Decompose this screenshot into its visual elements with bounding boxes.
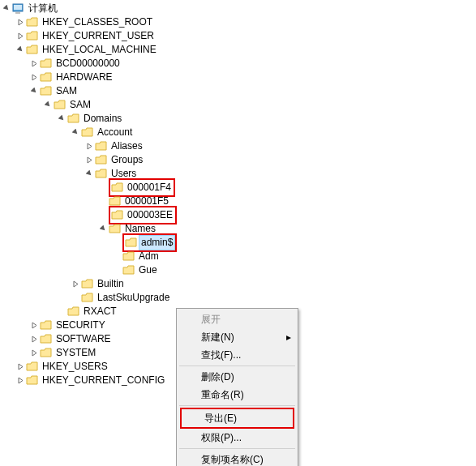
tree-label: SECURITY [54,319,107,332]
tree-item-hardware[interactable]: HARDWARE [2,71,476,84]
tree-label: Account [96,126,134,139]
tree-label: HARDWARE [54,71,114,84]
tree-label: SOFTWARE [54,332,113,346]
folder-icon [26,29,41,43]
expand-icon[interactable] [15,29,26,43]
collapse-icon[interactable] [29,84,40,98]
collapse-icon[interactable] [71,126,81,139]
tree-label: SAM [54,84,79,98]
collapse-icon[interactable] [84,167,95,181]
folder-icon [26,360,41,374]
tree-item-lastsku[interactable]: LastSkuUpgrade [2,291,476,305]
expand-icon[interactable] [15,15,26,29]
tree-label: LastSkuUpgrade [96,291,171,305]
menu-separator [179,366,295,366]
tree-label: Adm [137,250,161,263]
tree-item-hklm[interactable]: HKEY_LOCAL_MACHINE [2,43,476,57]
expand-icon[interactable] [71,277,81,291]
folder-icon [122,263,137,277]
folder-icon [40,319,54,332]
folder-icon [26,43,41,57]
menu-label: 新建(N) [201,331,234,344]
tree-label: 000001F4 [126,181,173,195]
expand-icon[interactable] [29,332,40,346]
folder-icon [111,181,126,195]
menu-rename[interactable]: 重命名(R) [178,386,296,387]
expand-icon[interactable] [84,153,95,167]
folder-icon [95,139,109,153]
tree-item-u1[interactable]: 000001F4 [2,181,476,195]
tree-item-hkcr[interactable]: HKEY_CLASSES_ROOT [2,15,476,29]
folder-icon [26,374,41,387]
tree-label: Aliases [109,139,144,153]
submenu-arrow-icon: ▸ [286,331,291,343]
expand-icon[interactable] [29,71,40,84]
tree-label: Builtin [96,277,126,291]
collapse-icon[interactable] [43,98,54,112]
folder-icon [54,98,68,112]
menu-label: 查找(F)... [201,348,241,362]
tree-item-gue[interactable]: Gue [2,263,476,277]
folder-icon [40,71,54,84]
folder-icon [125,236,139,250]
tree-label: Gue [137,263,159,277]
tree-label-selected: admin$ [139,236,174,250]
collapse-icon[interactable] [57,112,67,126]
tree-label: 计算机 [27,2,59,15]
folder-icon [40,84,54,98]
folder-icon [40,332,54,346]
svg-rect-2 [15,12,20,14]
tree-item-hkcu[interactable]: HKEY_CURRENT_USER [2,29,476,43]
tree-item-sam[interactable]: SAM [2,84,476,98]
tree-item-u2[interactable]: 000001F5 [2,195,476,208]
menu-delete[interactable]: 删除(D) [178,368,296,386]
folder-icon [95,167,109,181]
menu-expand[interactable]: 展开 [178,310,296,328]
tree-item-names[interactable]: Names [2,222,476,236]
tree-label: HKEY_CURRENT_USER [41,29,156,43]
expand-icon[interactable] [15,374,26,387]
folder-icon [81,291,96,305]
folder-icon [111,208,126,222]
tree-item-adm[interactable]: Adm [2,250,476,263]
expand-icon[interactable] [29,57,40,71]
collapse-icon[interactable] [98,222,109,236]
tree-item-admins[interactable]: admin$ [2,236,476,250]
expand-icon[interactable] [29,319,40,332]
tree-item-sam2[interactable]: SAM [2,98,476,112]
tree-label: Groups [109,153,144,167]
tree-item-u3[interactable]: 000003EE [2,208,476,222]
menu-label: 展开 [201,313,221,327]
tree-item-account[interactable]: Account [2,126,476,139]
expand-icon[interactable] [84,139,95,153]
menu-find[interactable]: 查找(F)... [178,346,296,364]
tree-item-groups[interactable]: Groups [2,153,476,167]
folder-icon [81,126,96,139]
computer-icon [12,2,27,15]
expand-icon[interactable] [29,346,40,360]
tree-item-users[interactable]: Users [2,167,476,181]
folder-icon [67,112,82,126]
folder-icon [40,57,54,71]
folder-icon [122,250,137,263]
tree-item-computer[interactable]: 计算机 [2,2,476,15]
folder-icon [81,277,96,291]
collapse-icon[interactable] [2,2,12,15]
tree-label: RXACT [82,305,118,319]
tree-label: BCD00000000 [54,57,122,71]
tree-item-builtin[interactable]: Builtin [2,277,476,291]
collapse-icon[interactable] [15,43,26,57]
folder-icon [95,153,109,167]
menu-new[interactable]: 新建(N)▸ [178,328,296,346]
svg-rect-1 [14,5,22,10]
tree-label: HKEY_CLASSES_ROOT [41,15,154,29]
folder-icon [26,15,41,29]
folder-icon [40,346,54,360]
tree-item-bcd[interactable]: BCD00000000 [2,57,476,71]
expand-icon[interactable] [15,360,26,374]
tree-item-aliases[interactable]: Aliases [2,139,476,153]
tree-label: SYSTEM [54,346,97,360]
tree-item-domains[interactable]: Domains [2,112,476,126]
context-menu: 展开 新建(N)▸ 查找(F)... 删除(D) 重命名(R) 导出(E) 权限… [176,308,298,387]
menu-label: 删除(D) [201,370,234,384]
